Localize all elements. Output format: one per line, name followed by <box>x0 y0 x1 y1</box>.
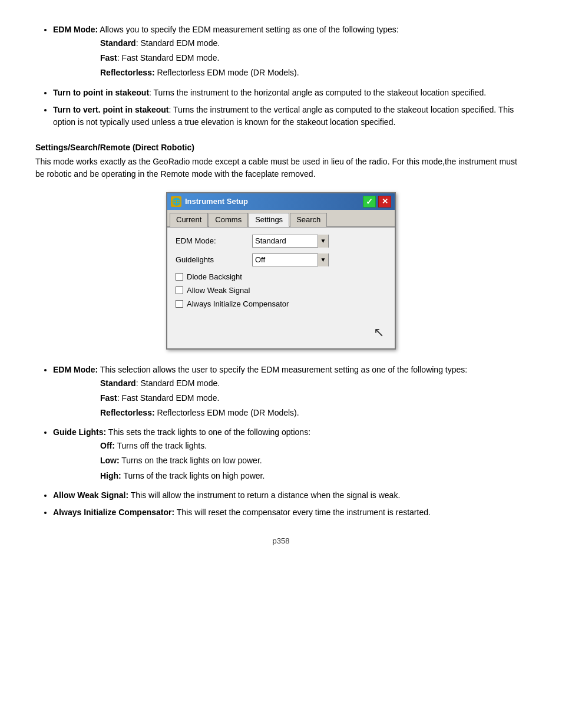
tab-current[interactable]: Current <box>170 213 208 227</box>
edm-mode-row: EDM Mode: Standard ▼ <box>176 235 386 248</box>
guidelights-dropdown-arrow[interactable]: ▼ <box>318 253 328 266</box>
tab-settings[interactable]: Settings <box>249 213 289 227</box>
edm-fast-bottom: Fast: Fast Standard EDM mode. <box>100 391 527 406</box>
dialog-tabs: Current Comms Settings Search <box>167 210 395 228</box>
dialog-title-left: 🌐 Instrument Setup <box>171 196 248 207</box>
always-initialize-compensator-label: Always Initialize Compensator <box>187 299 289 308</box>
guide-lights-high: High: Turns of the track lights on high … <box>100 469 527 483</box>
guide-lights-off: Off: Turns off the track lights. <box>100 439 527 453</box>
dialog-title-buttons: ✓ ✕ <box>363 196 391 207</box>
allow-weak-signal-row: Allow Weak Signal <box>176 286 386 295</box>
guide-lights-low: Low: Turns on the track lights on low po… <box>100 453 527 468</box>
guidelights-label: Guidelights <box>176 255 252 264</box>
bullet-edm-mode: EDM Mode: Allows you to specify the EDM … <box>53 24 527 81</box>
instrument-setup-dialog: 🌐 Instrument Setup ✓ ✕ Current Comms Set… <box>166 192 396 350</box>
edm-mode-sub-bottom: Standard: Standard EDM mode. Fast: Fast … <box>100 376 527 421</box>
edm-reflectorless-bottom: Reflectorless: Reflectorless EDM mode (D… <box>100 406 527 420</box>
always-initialize-compensator-checkbox[interactable] <box>176 300 183 308</box>
always-initialize-compensator-row: Always Initialize Compensator <box>176 299 386 308</box>
dialog-icon: 🌐 <box>171 196 181 207</box>
edm-mode-label: EDM Mode: <box>53 25 98 34</box>
dialog-close-button[interactable]: ✕ <box>378 196 391 207</box>
edm-mode-select[interactable]: Standard ▼ <box>252 235 329 248</box>
page-number: p358 <box>35 536 527 545</box>
bullet-turn-to-vert: Turn to vert. point in stakeout: Turns t… <box>53 104 527 129</box>
dialog-body: EDM Mode: Standard ▼ Guidelights Off ▼ D… <box>167 228 395 348</box>
edm-mode-field-label: EDM Mode: <box>176 236 252 245</box>
bullet-allow-weak-signal: Allow Weak Signal: This will allow the i… <box>53 489 527 502</box>
section-intro: This mode works exactly as the GeoRadio … <box>35 156 527 180</box>
edm-fast: Fast: Fast Standard EDM mode. <box>100 51 527 65</box>
cursor-icon: ↖ <box>373 325 384 340</box>
dialog-ok-button[interactable]: ✓ <box>363 196 376 207</box>
edm-mode-subitems: Standard: Standard EDM mode. Fast: Fast … <box>100 36 527 81</box>
section-heading: Settings/Search/Remote (Direct Robotic) <box>35 143 527 152</box>
allow-weak-signal-label: Allow Weak Signal <box>187 286 250 295</box>
bullet-edm-mode-bottom: EDM Mode: This selection allows the user… <box>53 364 527 421</box>
guidelights-value: Off <box>253 255 318 264</box>
tab-search[interactable]: Search <box>290 213 327 227</box>
edm-mode-dropdown-arrow[interactable]: ▼ <box>318 235 328 248</box>
edm-standard-bottom: Standard: Standard EDM mode. <box>100 376 527 391</box>
diode-backsight-row: Diode Backsight <box>176 272 386 281</box>
guidelights-row: Guidelights Off ▼ <box>176 253 386 266</box>
bottom-bullet-list: EDM Mode: This selection allows the user… <box>53 364 527 519</box>
dialog-titlebar: 🌐 Instrument Setup ✓ ✕ <box>167 193 395 210</box>
bullet-guide-lights: Guide Lights: This sets the track lights… <box>53 426 527 483</box>
dialog-wrapper: 🌐 Instrument Setup ✓ ✕ Current Comms Set… <box>35 192 527 350</box>
diode-backsight-label: Diode Backsight <box>187 272 242 281</box>
edm-mode-value: Standard <box>253 236 318 245</box>
bullet-turn-to-point: Turn to point in stakeout: Turns the ins… <box>53 87 527 99</box>
bullet-always-initialize: Always Initialize Compensator: This will… <box>53 506 527 519</box>
bullet-edm-mode-text: EDM Mode: Allows you to specify the EDM … <box>53 25 399 34</box>
dialog-title-text: Instrument Setup <box>185 197 248 206</box>
guide-lights-sub: Off: Turns off the track lights. Low: Tu… <box>100 439 527 483</box>
tab-comms[interactable]: Comms <box>209 213 248 227</box>
top-bullet-list: EDM Mode: Allows you to specify the EDM … <box>53 24 527 129</box>
edm-reflectorless: Reflectorless: Reflectorless EDM mode (D… <box>100 65 527 80</box>
diode-backsight-checkbox[interactable] <box>176 273 183 281</box>
allow-weak-signal-checkbox[interactable] <box>176 286 183 294</box>
edm-standard: Standard: Standard EDM mode. <box>100 36 527 51</box>
guidelights-select[interactable]: Off ▼ <box>252 253 329 266</box>
